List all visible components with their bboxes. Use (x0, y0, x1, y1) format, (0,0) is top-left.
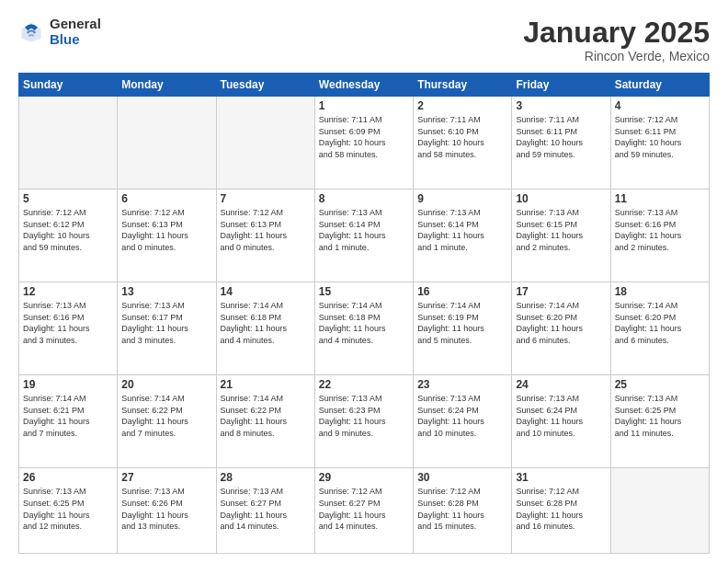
day-info: Sunrise: 7:14 AM Sunset: 6:18 PM Dayligh… (221, 300, 311, 346)
day-info: Sunrise: 7:13 AM Sunset: 6:16 PM Dayligh… (23, 300, 113, 346)
day-number: 5 (23, 192, 113, 205)
day-info: Sunrise: 7:14 AM Sunset: 6:18 PM Dayligh… (319, 300, 409, 346)
calendar-cell: 26Sunrise: 7:13 AM Sunset: 6:25 PM Dayli… (19, 468, 118, 554)
day-info: Sunrise: 7:12 AM Sunset: 6:12 PM Dayligh… (23, 207, 113, 253)
day-info: Sunrise: 7:14 AM Sunset: 6:21 PM Dayligh… (23, 393, 113, 439)
weekday-header-row: SundayMondayTuesdayWednesdayThursdayFrid… (19, 74, 710, 97)
day-number: 14 (221, 285, 311, 298)
day-number: 18 (615, 285, 705, 298)
page: General Blue January 2025 Rincon Verde, … (0, 0, 728, 563)
calendar-cell: 20Sunrise: 7:14 AM Sunset: 6:22 PM Dayli… (118, 375, 216, 468)
calendar-cell (216, 97, 314, 190)
calendar-cell (118, 97, 216, 190)
calendar-cell: 30Sunrise: 7:12 AM Sunset: 6:28 PM Dayli… (414, 468, 512, 554)
day-number: 13 (121, 285, 211, 298)
day-number: 7 (221, 192, 311, 205)
calendar-cell (19, 97, 118, 190)
calendar-cell: 13Sunrise: 7:13 AM Sunset: 6:17 PM Dayli… (118, 282, 216, 375)
day-info: Sunrise: 7:12 AM Sunset: 6:11 PM Dayligh… (615, 114, 705, 160)
day-info: Sunrise: 7:14 AM Sunset: 6:20 PM Dayligh… (516, 300, 606, 346)
calendar-cell: 8Sunrise: 7:13 AM Sunset: 6:14 PM Daylig… (314, 190, 413, 282)
day-info: Sunrise: 7:12 AM Sunset: 6:27 PM Dayligh… (319, 486, 409, 532)
day-info: Sunrise: 7:13 AM Sunset: 6:14 PM Dayligh… (417, 207, 507, 253)
day-number: 16 (417, 285, 507, 298)
weekday-header-wednesday: Wednesday (314, 74, 413, 97)
weekday-header-thursday: Thursday (414, 74, 512, 97)
logo-icon (18, 19, 44, 45)
logo-blue-text: Blue (50, 32, 101, 48)
calendar-cell: 19Sunrise: 7:14 AM Sunset: 6:21 PM Dayli… (19, 375, 118, 468)
calendar-cell: 5Sunrise: 7:12 AM Sunset: 6:12 PM Daylig… (19, 190, 118, 282)
calendar-cell: 9Sunrise: 7:13 AM Sunset: 6:14 PM Daylig… (414, 190, 512, 282)
day-info: Sunrise: 7:12 AM Sunset: 6:13 PM Dayligh… (221, 207, 311, 253)
day-info: Sunrise: 7:14 AM Sunset: 6:19 PM Dayligh… (417, 300, 507, 346)
day-info: Sunrise: 7:11 AM Sunset: 6:11 PM Dayligh… (516, 114, 606, 160)
calendar-cell: 6Sunrise: 7:12 AM Sunset: 6:13 PM Daylig… (118, 190, 216, 282)
day-number: 10 (516, 192, 606, 205)
calendar-week-row: 19Sunrise: 7:14 AM Sunset: 6:21 PM Dayli… (19, 375, 710, 468)
header: General Blue January 2025 Rincon Verde, … (18, 17, 710, 63)
day-number: 28 (221, 471, 311, 484)
day-number: 24 (516, 378, 606, 391)
day-number: 11 (615, 192, 705, 205)
logo-general-text: General (50, 17, 101, 32)
day-number: 31 (516, 471, 606, 484)
day-info: Sunrise: 7:13 AM Sunset: 6:23 PM Dayligh… (319, 393, 409, 439)
day-number: 3 (516, 99, 606, 112)
calendar-cell (610, 468, 709, 554)
day-info: Sunrise: 7:13 AM Sunset: 6:24 PM Dayligh… (417, 393, 507, 439)
day-info: Sunrise: 7:14 AM Sunset: 6:22 PM Dayligh… (121, 393, 211, 439)
day-number: 23 (417, 378, 507, 391)
day-number: 25 (615, 378, 705, 391)
day-info: Sunrise: 7:13 AM Sunset: 6:15 PM Dayligh… (516, 207, 606, 253)
day-number: 19 (23, 378, 113, 391)
day-info: Sunrise: 7:14 AM Sunset: 6:20 PM Dayligh… (615, 300, 705, 346)
day-number: 8 (319, 192, 409, 205)
day-info: Sunrise: 7:11 AM Sunset: 6:10 PM Dayligh… (417, 114, 507, 160)
day-number: 2 (417, 99, 507, 112)
day-number: 17 (516, 285, 606, 298)
calendar-cell: 21Sunrise: 7:14 AM Sunset: 6:22 PM Dayli… (216, 375, 314, 468)
weekday-header-saturday: Saturday (610, 74, 709, 97)
calendar-cell: 11Sunrise: 7:13 AM Sunset: 6:16 PM Dayli… (610, 190, 709, 282)
calendar-cell: 14Sunrise: 7:14 AM Sunset: 6:18 PM Dayli… (216, 282, 314, 375)
day-number: 4 (615, 99, 705, 112)
day-info: Sunrise: 7:12 AM Sunset: 6:13 PM Dayligh… (121, 207, 211, 253)
calendar-cell: 22Sunrise: 7:13 AM Sunset: 6:23 PM Dayli… (314, 375, 413, 468)
calendar-cell: 17Sunrise: 7:14 AM Sunset: 6:20 PM Dayli… (512, 282, 610, 375)
calendar-cell: 16Sunrise: 7:14 AM Sunset: 6:19 PM Dayli… (414, 282, 512, 375)
day-number: 26 (23, 471, 113, 484)
calendar-cell: 10Sunrise: 7:13 AM Sunset: 6:15 PM Dayli… (512, 190, 610, 282)
calendar-cell: 31Sunrise: 7:12 AM Sunset: 6:28 PM Dayli… (512, 468, 610, 554)
weekday-header-friday: Friday (512, 74, 610, 97)
location: Rincon Verde, Mexico (523, 49, 710, 63)
day-info: Sunrise: 7:14 AM Sunset: 6:22 PM Dayligh… (221, 393, 311, 439)
day-number: 20 (121, 378, 211, 391)
weekday-header-tuesday: Tuesday (216, 74, 314, 97)
day-number: 22 (319, 378, 409, 391)
calendar-cell: 1Sunrise: 7:11 AM Sunset: 6:09 PM Daylig… (314, 97, 413, 190)
logo: General Blue (18, 17, 101, 47)
calendar-cell: 27Sunrise: 7:13 AM Sunset: 6:26 PM Dayli… (118, 468, 216, 554)
calendar-cell: 3Sunrise: 7:11 AM Sunset: 6:11 PM Daylig… (512, 97, 610, 190)
day-info: Sunrise: 7:12 AM Sunset: 6:28 PM Dayligh… (417, 486, 507, 532)
day-info: Sunrise: 7:13 AM Sunset: 6:27 PM Dayligh… (221, 486, 311, 532)
day-number: 9 (417, 192, 507, 205)
calendar-cell: 23Sunrise: 7:13 AM Sunset: 6:24 PM Dayli… (414, 375, 512, 468)
calendar-cell: 25Sunrise: 7:13 AM Sunset: 6:25 PM Dayli… (610, 375, 709, 468)
day-info: Sunrise: 7:13 AM Sunset: 6:16 PM Dayligh… (615, 207, 705, 253)
calendar-week-row: 12Sunrise: 7:13 AM Sunset: 6:16 PM Dayli… (19, 282, 710, 375)
calendar-cell: 28Sunrise: 7:13 AM Sunset: 6:27 PM Dayli… (216, 468, 314, 554)
calendar-cell: 24Sunrise: 7:13 AM Sunset: 6:24 PM Dayli… (512, 375, 610, 468)
calendar-week-row: 5Sunrise: 7:12 AM Sunset: 6:12 PM Daylig… (19, 190, 710, 282)
calendar-cell: 12Sunrise: 7:13 AM Sunset: 6:16 PM Dayli… (19, 282, 118, 375)
logo-text: General Blue (50, 17, 101, 47)
day-number: 1 (319, 99, 409, 112)
calendar-week-row: 1Sunrise: 7:11 AM Sunset: 6:09 PM Daylig… (19, 97, 710, 190)
calendar-cell: 7Sunrise: 7:12 AM Sunset: 6:13 PM Daylig… (216, 190, 314, 282)
day-number: 6 (121, 192, 211, 205)
weekday-header-monday: Monday (118, 74, 216, 97)
calendar-cell: 15Sunrise: 7:14 AM Sunset: 6:18 PM Dayli… (314, 282, 413, 375)
day-number: 27 (121, 471, 211, 484)
title-block: January 2025 Rincon Verde, Mexico (523, 17, 710, 63)
